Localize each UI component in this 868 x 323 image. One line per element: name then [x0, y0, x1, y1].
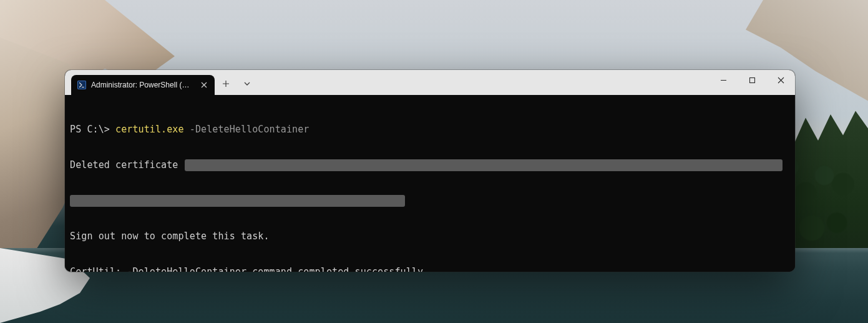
terminal-line: PS C:\> certutil.exe -DeleteHelloContain… — [70, 124, 790, 136]
terminal-window: Administrator: PowerShell (Elevated) — [65, 70, 795, 272]
output-text: Sign out now to complete this task. — [70, 231, 270, 242]
terminal-content[interactable]: PS C:\> certutil.exe -DeleteHelloContain… — [65, 95, 795, 272]
terminal-line — [70, 195, 790, 207]
minimize-icon — [720, 77, 727, 84]
tab-title: Administrator: PowerShell (Elevated) — [91, 81, 191, 89]
new-tab-button[interactable] — [216, 75, 236, 92]
close-icon — [778, 77, 784, 84]
tab-dropdown-button[interactable] — [237, 75, 257, 92]
minimize-button[interactable] — [709, 70, 738, 90]
tab-close-button[interactable] — [198, 79, 210, 91]
command-token: certutil.exe — [115, 124, 184, 135]
close-window-button[interactable] — [766, 70, 795, 90]
close-icon — [201, 82, 207, 88]
maximize-button[interactable] — [738, 70, 766, 90]
output-text: CertUtil: -DeleteHelloContainer command … — [70, 266, 429, 272]
terminal-line: CertUtil: -DeleteHelloContainer command … — [70, 266, 790, 272]
titlebar[interactable]: Administrator: PowerShell (Elevated) — [65, 70, 795, 95]
tab-well: Administrator: PowerShell (Elevated) — [65, 70, 257, 95]
plus-icon — [222, 80, 230, 87]
output-text: Deleted certificate — [70, 159, 184, 171]
svg-rect-0 — [749, 77, 754, 82]
window-controls — [709, 70, 795, 95]
maximize-icon — [749, 77, 756, 84]
command-argument: -DeleteHelloContainer — [184, 124, 310, 135]
tab-powershell-admin[interactable]: Administrator: PowerShell (Elevated) — [71, 75, 215, 95]
redacted-region — [70, 195, 405, 207]
chevron-down-icon — [243, 80, 251, 87]
prompt: PS C:\> — [70, 124, 115, 135]
powershell-icon — [77, 81, 86, 89]
redacted-region — [185, 159, 783, 171]
terminal-line: Sign out now to complete this task. — [70, 231, 790, 242]
terminal-line: Deleted certificate — [70, 159, 790, 171]
